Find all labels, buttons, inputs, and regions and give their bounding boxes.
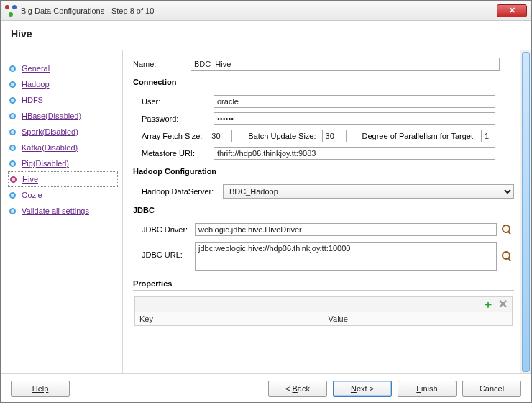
connection-section-title: Connection: [133, 75, 514, 89]
step-dot-icon: [9, 81, 16, 88]
delete-icon[interactable]: ✕: [498, 299, 508, 310]
plus-icon[interactable]: ＋: [482, 299, 494, 310]
connection-block: User: Password: Array Fetch Size: Batch …: [133, 95, 514, 160]
window-title: Big Data Configurations - Step 8 of 10: [21, 6, 497, 15]
properties-section-title: Properties: [133, 276, 514, 291]
sidebar-item-validate-all-settings[interactable]: Validate all settings: [8, 203, 118, 219]
jdbc-driver-label: JDBC Driver:: [142, 225, 195, 234]
name-input[interactable]: [191, 58, 500, 71]
hadoop-ds-label: Hadoop DataServer:: [142, 187, 223, 196]
sidebar-item-label[interactable]: HDFS: [22, 96, 43, 104]
back-button[interactable]: < Back: [268, 381, 327, 397]
hadoop-section-title: Hadoop Configuration: [133, 164, 514, 178]
jdbc-block: JDBC Driver: JDBC URL:: [133, 223, 514, 271]
titlebar: Big Data Configurations - Step 8 of 10 ✕: [1, 1, 531, 21]
sidebar-item-hdfs[interactable]: HDFS: [8, 92, 118, 108]
step-dot-icon: [9, 160, 16, 167]
vertical-scrollbar[interactable]: [520, 50, 531, 373]
footer: Help < Back Next > Finish Cancel: [1, 373, 531, 402]
properties-block: ＋ ✕ Key Value: [133, 296, 514, 326]
sidebar-item-hive[interactable]: Hive: [8, 171, 118, 187]
hadoop-ds-select[interactable]: BDC_Hadoop: [223, 184, 514, 199]
array-fetch-label: Array Fetch Size:: [142, 132, 202, 140]
step-dot-icon: [9, 97, 16, 104]
step-dot-icon: [10, 176, 17, 183]
sidebar-item-label[interactable]: Validate all settings: [22, 207, 89, 215]
col-key: Key: [135, 312, 324, 325]
sidebar-item-oozie[interactable]: Oozie: [8, 187, 118, 203]
user-label: User:: [142, 97, 214, 106]
properties-table-header: Key Value: [134, 312, 513, 326]
sidebar-item-label[interactable]: Kafka(Disabled): [22, 143, 78, 152]
sidebar-item-general[interactable]: General: [8, 60, 118, 76]
next-button[interactable]: Next >: [333, 381, 392, 397]
jdbc-url-input[interactable]: [195, 242, 497, 271]
scroll-thumb[interactable]: [522, 52, 530, 372]
jdbc-driver-input[interactable]: [195, 223, 497, 236]
content-wrap: Name: Connection User: Password: Array F…: [123, 50, 531, 373]
metastore-input[interactable]: [214, 147, 495, 160]
hadoop-block: Hadoop DataServer: BDC_Hadoop: [133, 184, 514, 199]
search-icon[interactable]: [501, 250, 513, 262]
search-icon[interactable]: [501, 224, 513, 235]
password-input[interactable]: [214, 112, 495, 125]
step-dot-icon: [9, 129, 16, 135]
sidebar-item-label[interactable]: HBase(Disabled): [22, 112, 81, 120]
metastore-label: Metastore URI:: [142, 149, 214, 158]
sidebar-item-label[interactable]: Spark(Disabled): [22, 127, 78, 136]
step-dot-icon: [9, 113, 16, 119]
step-dot-icon: [9, 65, 16, 72]
properties-toolbar: ＋ ✕: [134, 296, 513, 312]
name-row: Name:: [133, 58, 514, 71]
jdbc-url-label: JDBC URL:: [142, 242, 195, 259]
page-header: Hive: [1, 21, 531, 50]
step-dot-icon: [9, 145, 16, 151]
sidebar-item-label[interactable]: Hive: [22, 175, 38, 184]
app-icon: [5, 5, 17, 17]
content: Name: Connection User: Password: Array F…: [123, 50, 520, 373]
cancel-button[interactable]: Cancel: [462, 381, 521, 397]
finish-button[interactable]: Finish: [398, 381, 457, 397]
name-label: Name:: [133, 60, 191, 68]
help-button[interactable]: Help: [11, 381, 70, 397]
jdbc-section-title: JDBC: [133, 203, 514, 217]
sidebar-item-pig-disabled-[interactable]: Pig(Disabled): [8, 155, 118, 171]
parallelism-input[interactable]: [481, 130, 505, 142]
password-label: Password:: [142, 114, 214, 123]
sidebar-item-spark-disabled-[interactable]: Spark(Disabled): [8, 124, 118, 140]
col-value: Value: [324, 312, 513, 325]
user-input[interactable]: [214, 95, 495, 108]
close-button[interactable]: ✕: [497, 4, 527, 17]
sidebar-item-label[interactable]: Hadoop: [22, 80, 50, 89]
sidebar-item-hbase-disabled-[interactable]: HBase(Disabled): [8, 108, 118, 124]
close-icon: ✕: [509, 6, 515, 15]
sidebar-item-hadoop[interactable]: Hadoop: [8, 76, 118, 92]
batch-update-input[interactable]: [322, 130, 347, 142]
page-title: Hive: [11, 28, 521, 40]
wizard-window: Big Data Configurations - Step 8 of 10 ✕…: [0, 0, 532, 403]
sidebar-item-label[interactable]: General: [22, 64, 50, 73]
sidebar-item-kafka-disabled-[interactable]: Kafka(Disabled): [8, 140, 118, 155]
step-dot-icon: [9, 192, 16, 199]
batch-update-label: Batch Update Size:: [248, 132, 316, 140]
wizard-steps-sidebar: GeneralHadoopHDFSHBase(Disabled)Spark(Di…: [1, 50, 123, 373]
parallelism-label: Degree of Parallelism for Target:: [362, 132, 476, 140]
sidebar-item-label[interactable]: Pig(Disabled): [22, 159, 69, 168]
array-fetch-input[interactable]: [208, 130, 232, 142]
sidebar-item-label[interactable]: Oozie: [22, 191, 42, 199]
step-dot-icon: [9, 208, 16, 214]
body: GeneralHadoopHDFSHBase(Disabled)Spark(Di…: [1, 50, 531, 373]
